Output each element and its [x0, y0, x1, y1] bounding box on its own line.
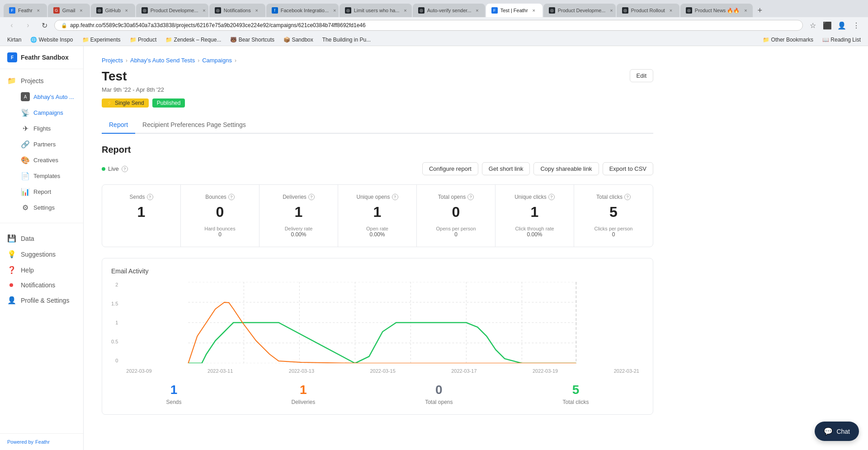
- live-info-icon: ?: [122, 166, 128, 172]
- get-short-link-button[interactable]: Get short link: [482, 162, 530, 175]
- bookmark-zendesk[interactable]: 📁 Zendesk – Reque...: [164, 36, 223, 44]
- tab-close-1[interactable]: ×: [35, 7, 42, 14]
- tab-close-12[interactable]: ×: [742, 7, 749, 14]
- forward-button[interactable]: ›: [22, 19, 34, 32]
- bookmark-button[interactable]: ☆: [807, 19, 819, 32]
- profile-button[interactable]: 👤: [835, 19, 848, 32]
- browser-tab-2[interactable]: G Gmail ×: [48, 4, 90, 17]
- sidebar-bottom-section: 💾 Data 💡 Suggestions ❓ Help Notification…: [0, 227, 83, 312]
- chat-button[interactable]: 💬 Chat: [815, 422, 859, 441]
- tab-favicon-3: ◎: [96, 7, 103, 14]
- bookmark-bear[interactable]: 🐻 Bear Shortcuts: [228, 36, 276, 44]
- page-dates: Mar 9th '22 - Apr 8th '22: [102, 86, 185, 93]
- new-tab-button[interactable]: +: [754, 4, 766, 17]
- breadcrumb-projects[interactable]: Projects: [102, 57, 123, 64]
- chart-svg: [122, 282, 644, 363]
- bounces-info-icon: ?: [228, 194, 235, 200]
- sidebar-item-report[interactable]: 📊 Report: [0, 184, 83, 200]
- tab-close-9[interactable]: ×: [531, 7, 537, 14]
- tab-close-4[interactable]: ×: [201, 7, 208, 14]
- stat-total-clicks-sub-value: 0: [581, 231, 646, 238]
- tab-close-3[interactable]: ×: [123, 7, 130, 14]
- sidebar-item-notifications[interactable]: Notifications: [0, 278, 83, 292]
- sidebar-item-templates[interactable]: 📄 Templates: [0, 168, 83, 184]
- sidebar-item-data[interactable]: 💾 Data: [0, 230, 83, 246]
- copy-shareable-link-button[interactable]: Copy shareable link: [533, 162, 599, 175]
- suggestions-icon: 💡: [7, 250, 16, 258]
- tab-close-5[interactable]: ×: [254, 7, 260, 14]
- tab-close-7[interactable]: ×: [402, 7, 409, 14]
- browser-tab-3[interactable]: ◎ GitHub ×: [91, 4, 135, 17]
- help-icon: ❓: [7, 266, 16, 274]
- browser-tab-1[interactable]: F Feathr ×: [4, 4, 47, 17]
- url-bar[interactable]: 🔒 app.feathr.co/5589c9c30a6540a7a33d3838…: [54, 20, 803, 31]
- browser-tab-6[interactable]: f Facebook Integratio... ×: [266, 4, 339, 17]
- stat-bounces-value: 0: [188, 204, 252, 220]
- bookmark-reading-list[interactable]: 📖 Reading List: [821, 36, 863, 44]
- menu-button[interactable]: ⋮: [850, 19, 863, 32]
- bookmark-building[interactable]: The Building in Pu...: [321, 36, 373, 44]
- bookmark-other[interactable]: 📁 Other Bookmarks: [761, 36, 815, 44]
- browser-nav-bar: ‹ › ↻ 🔒 app.feathr.co/5589c9c30a6540a7a3…: [0, 17, 868, 33]
- stat-unique-opens-sub-value: 0.00%: [345, 231, 409, 238]
- page-tabs: Report Recipient Preferences Page Settin…: [102, 117, 653, 134]
- sidebar-item-suggestions[interactable]: 💡 Suggestions: [0, 246, 83, 262]
- browser-tab-10[interactable]: ◎ Product Developme... ×: [543, 4, 616, 17]
- browser-tab-9[interactable]: F Test | Feathr ×: [486, 4, 542, 17]
- sidebar-label-creatives: Creatives: [33, 157, 58, 164]
- reload-button[interactable]: ↻: [38, 19, 51, 32]
- browser-tab-11[interactable]: ◎ Product Rollout ×: [617, 4, 679, 17]
- stat-bounces-label: Bounces ?: [188, 194, 252, 200]
- browser-tab-4[interactable]: ◎ Product Developme... ×: [136, 4, 208, 17]
- bookmark-kirtan[interactable]: Kirtan: [5, 36, 23, 44]
- sidebar-label-profile: Profile & Settings: [21, 297, 69, 304]
- export-csv-button[interactable]: Export to CSV: [603, 162, 653, 175]
- bookmark-website-inspo[interactable]: 🌐 Website Inspo: [28, 36, 75, 44]
- sidebar-item-settings[interactable]: ⚙ Settings: [0, 200, 83, 216]
- bookmark-sandbox[interactable]: 📦 Sandbox: [282, 36, 315, 44]
- stat-unique-opens-sub-label: Open rate: [345, 226, 409, 231]
- breadcrumb-campaigns[interactable]: Campaigns: [202, 57, 232, 64]
- sidebar-label-data: Data: [21, 235, 34, 242]
- sidebar-item-help[interactable]: ❓ Help: [0, 262, 83, 278]
- browser-tab-12[interactable]: ◎ Product News 🔥🔥 ×: [680, 4, 753, 17]
- tab-close-2[interactable]: ×: [78, 7, 85, 14]
- tab-report[interactable]: Report: [102, 117, 135, 134]
- breadcrumb: Projects › Abhay's Auto Send Tests › Cam…: [102, 57, 653, 64]
- powered-by: Powered by Feathr: [7, 439, 76, 445]
- tab-close-10[interactable]: ×: [608, 7, 614, 14]
- chart-footer-metrics: 1 Sends 1 Deliveries 0 Total opens 5 Tot…: [111, 374, 644, 405]
- creatives-icon: 🎨: [21, 156, 30, 164]
- bookmark-experiments[interactable]: 📁 Experiments: [80, 36, 123, 44]
- sidebar: F Feathr Sandbox 📁 Projects A Abhay's Au…: [0, 46, 84, 450]
- sidebar-item-projects[interactable]: 📁 Projects: [0, 73, 83, 89]
- tab-close-6[interactable]: ×: [331, 7, 338, 14]
- back-button[interactable]: ‹: [5, 19, 18, 32]
- sidebar-item-flights[interactable]: ✈ Flights: [0, 121, 83, 136]
- tab-close-8[interactable]: ×: [474, 7, 481, 14]
- tab-favicon-6: f: [272, 7, 278, 14]
- tab-close-11[interactable]: ×: [668, 7, 674, 14]
- sidebar-item-campaigns[interactable]: 📡 Campaigns: [0, 105, 83, 121]
- stat-bounces: Bounces ? 0 Hard bounces 0: [181, 185, 259, 247]
- breadcrumb-workspace[interactable]: Abhay's Auto Send Tests: [130, 57, 195, 64]
- browser-tab-bar: F Feathr × G Gmail × ◎ GitHub × ◎ Produc…: [0, 0, 868, 17]
- extensions-button[interactable]: ⬛: [821, 19, 834, 32]
- bookmark-product[interactable]: 📁 Product: [128, 36, 159, 44]
- browser-tab-8[interactable]: ◎ Auto-verify sender... ×: [413, 4, 485, 17]
- feathr-brand[interactable]: Feathr: [35, 439, 50, 445]
- tab-recipient-preferences[interactable]: Recipient Preferences Page Settings: [135, 117, 253, 134]
- sidebar-item-profile[interactable]: 👤 Profile & Settings: [0, 292, 83, 308]
- stat-total-opens-value: 0: [424, 204, 488, 220]
- chart-metric-sends-value: 1: [166, 383, 181, 397]
- browser-tab-5[interactable]: ◎ Notifications ×: [209, 4, 265, 17]
- sidebar-item-partners[interactable]: 🔗 Partners: [0, 136, 83, 152]
- sidebar-item-creatives[interactable]: 🎨 Creatives: [0, 152, 83, 168]
- stat-sends-value: 1: [109, 204, 173, 220]
- browser-tab-7[interactable]: ◎ Limit users who ha... ×: [340, 4, 412, 17]
- edit-button[interactable]: Edit: [630, 69, 653, 82]
- sidebar-item-workspace[interactable]: A Abhay's Auto ...: [0, 89, 83, 105]
- configure-report-button[interactable]: Configure report: [422, 162, 478, 175]
- breadcrumb-sep-3: ›: [235, 57, 236, 64]
- tab-favicon-10: ◎: [549, 7, 555, 14]
